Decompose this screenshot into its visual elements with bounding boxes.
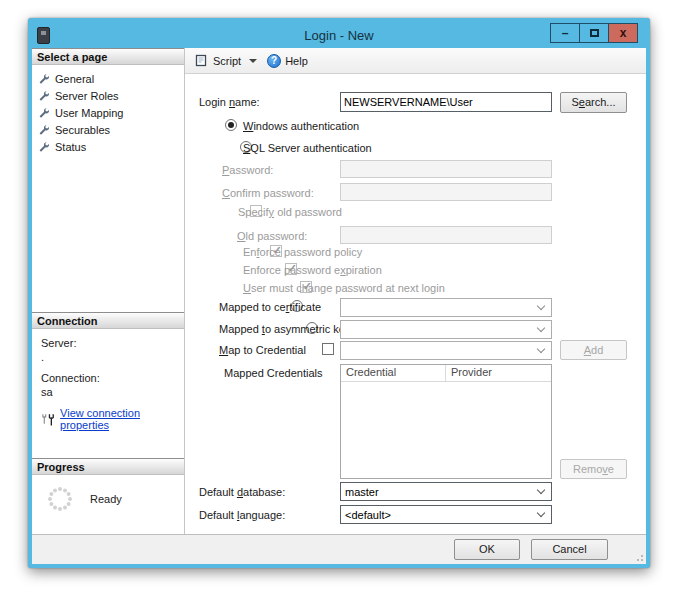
default-language-label: Default language:	[199, 509, 285, 521]
windows-authentication-label: Windows authentication	[243, 120, 359, 132]
mapped-credentials-label: Mapped Credentials	[224, 367, 322, 379]
provider-column-header[interactable]: Provider	[446, 365, 492, 381]
connection-label: Connection:	[41, 372, 184, 384]
map-to-credential-checkbox[interactable]	[322, 343, 334, 355]
ok-button[interactable]: OK	[454, 539, 520, 560]
connection-header: Connection	[32, 312, 184, 329]
script-label: Script	[213, 55, 241, 67]
title-bar: Login - New – x	[32, 22, 646, 48]
minimize-button[interactable]: –	[550, 23, 580, 43]
maximize-icon	[590, 29, 599, 37]
chevron-down-icon	[537, 324, 545, 332]
help-icon: ?	[267, 54, 281, 68]
sidebar-item-label: General	[55, 73, 94, 85]
general-page-form: Login name: Search... Windows authentica…	[185, 74, 646, 534]
wrench-icon	[38, 90, 50, 102]
must-change-password-label: User must change password at next login	[243, 282, 445, 294]
confirm-password-input[interactable]	[340, 183, 552, 201]
default-language-combobox[interactable]: <default>	[340, 505, 552, 524]
sidebar: Select a page General Server Roles User …	[32, 48, 185, 534]
old-password-label: Old password:	[237, 230, 307, 242]
enforce-password-expiration-label: Enforce password expiration	[243, 264, 382, 276]
map-to-credential-combobox[interactable]	[340, 341, 552, 360]
mapped-certificate-combobox[interactable]	[340, 298, 552, 317]
sidebar-item-label: Securables	[55, 124, 110, 136]
sidebar-item-user-mapping[interactable]: User Mapping	[38, 104, 184, 121]
sidebar-item-status[interactable]: Status	[38, 138, 184, 155]
sql-authentication-label: SQL Server authentication	[243, 142, 372, 154]
server-label: Server:	[41, 337, 184, 349]
add-button[interactable]: Add	[560, 340, 627, 360]
password-input[interactable]	[340, 160, 552, 178]
mapped-asymmetric-key-combobox[interactable]	[340, 320, 552, 339]
dialog-footer: OK Cancel	[32, 534, 646, 564]
default-database-value: master	[341, 486, 538, 498]
sidebar-item-label: Status	[55, 141, 86, 153]
script-button[interactable]: Script	[195, 54, 241, 67]
progress-status: Ready	[90, 493, 122, 505]
cancel-button[interactable]: Cancel	[531, 539, 608, 560]
remove-button[interactable]: Remove	[560, 459, 627, 479]
wrench-icon	[38, 107, 50, 119]
default-database-label: Default database:	[199, 486, 285, 498]
confirm-password-label: Confirm password:	[222, 187, 314, 199]
default-language-value: <default>	[341, 509, 538, 521]
script-dropdown-arrow-icon[interactable]	[249, 59, 257, 63]
sidebar-item-label: User Mapping	[55, 107, 123, 119]
sidebar-item-general[interactable]: General	[38, 70, 184, 87]
chevron-down-icon	[537, 509, 545, 517]
table-header-row: Credential Provider	[341, 365, 551, 382]
credential-column-header[interactable]: Credential	[341, 365, 446, 381]
sidebar-item-label: Server Roles	[55, 90, 119, 102]
password-label: Password:	[222, 164, 273, 176]
help-button[interactable]: ? Help	[267, 54, 308, 68]
mapped-to-certificate-label: Mapped to certificate	[219, 301, 321, 313]
sidebar-item-server-roles[interactable]: Server Roles	[38, 87, 184, 104]
spinner-icon	[46, 485, 74, 513]
sidebar-item-securables[interactable]: Securables	[38, 121, 184, 138]
chevron-down-icon	[537, 345, 545, 353]
maximize-button[interactable]	[579, 23, 609, 43]
default-database-combobox[interactable]: master	[340, 482, 552, 501]
login-new-dialog: Login - New – x Select a page General Se…	[28, 18, 650, 568]
chevron-down-icon	[537, 302, 545, 310]
search-button[interactable]: Search...	[560, 92, 627, 113]
wrench-icon	[38, 73, 50, 85]
login-name-label: Login name:	[199, 96, 260, 108]
wrench-icon	[38, 141, 50, 153]
server-value: .	[41, 351, 184, 363]
mapped-credentials-table[interactable]: Credential Provider	[340, 364, 552, 479]
enforce-password-policy-label: Enforce password policy	[243, 246, 362, 258]
toolbar: Script ? Help	[185, 48, 646, 74]
select-a-page-header: Select a page	[32, 48, 184, 65]
resize-grip[interactable]	[633, 551, 643, 561]
specify-old-password-label: Specify old password	[238, 206, 342, 218]
view-connection-properties-link[interactable]: View connection properties	[60, 407, 184, 431]
chevron-down-icon	[537, 486, 545, 494]
close-button[interactable]: x	[608, 23, 638, 43]
old-password-input[interactable]	[340, 226, 552, 244]
windows-authentication-radio[interactable]	[225, 119, 237, 131]
mapped-to-asymmetric-key-label: Mapped to asymmetric key	[219, 323, 350, 335]
connection-properties-icon	[41, 413, 55, 426]
script-icon	[195, 54, 208, 67]
connection-value: sa	[41, 386, 184, 398]
help-label: Help	[285, 55, 308, 67]
login-name-input[interactable]	[340, 92, 552, 112]
wrench-icon	[38, 124, 50, 136]
progress-header: Progress	[32, 458, 184, 475]
map-to-credential-label: Map to Credential	[219, 344, 306, 356]
